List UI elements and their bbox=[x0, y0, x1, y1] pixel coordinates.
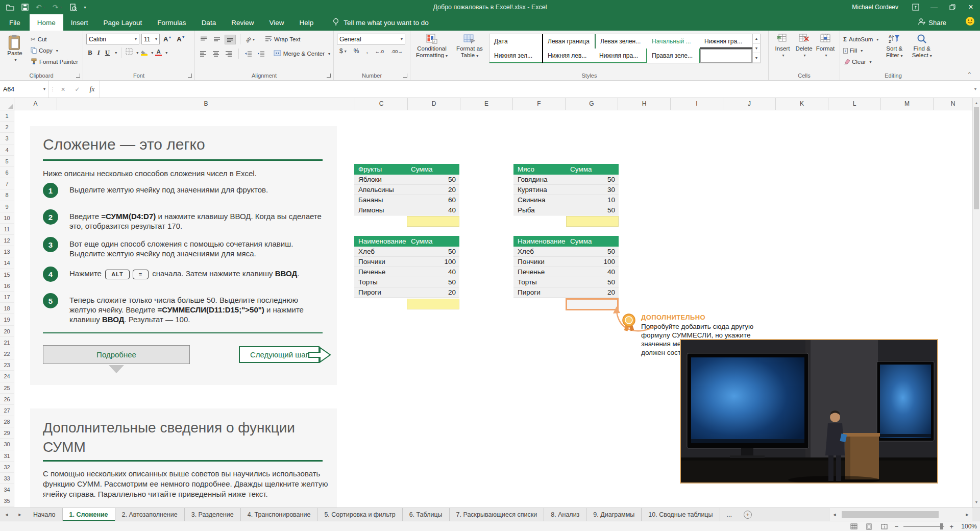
table-row[interactable]: Яблоки50 bbox=[354, 175, 459, 185]
zoom-slider-thumb[interactable] bbox=[940, 523, 943, 529]
cell-style-item[interactable]: Нижняя пра... bbox=[595, 49, 647, 63]
column-header[interactable]: N bbox=[934, 98, 972, 110]
number-dialog-launcher[interactable] bbox=[403, 74, 407, 78]
cell-style-item[interactable]: Правая зеле... bbox=[647, 49, 700, 63]
merge-center-button[interactable]: Merge & Center ▾ bbox=[274, 48, 330, 59]
tab-help[interactable]: Help bbox=[291, 14, 321, 31]
collapse-ribbon-icon[interactable]: ^ bbox=[968, 71, 971, 77]
row-header[interactable]: 30 bbox=[0, 439, 14, 450]
clipboard-dialog-launcher[interactable] bbox=[76, 74, 80, 78]
fruits-sum-input-cell[interactable] bbox=[407, 216, 459, 227]
row-header[interactable]: 7 bbox=[0, 178, 14, 189]
column-header[interactable]: E bbox=[460, 98, 513, 110]
horizontal-scroll-thumb[interactable] bbox=[842, 511, 939, 518]
new-sheet-button[interactable]: + bbox=[744, 511, 752, 519]
sheet-tab-autofill[interactable]: 2. Автозаполнение bbox=[115, 508, 185, 521]
comma-style-button[interactable]: , bbox=[363, 47, 370, 55]
zoom-out-button[interactable]: − bbox=[895, 523, 899, 530]
scroll-up-icon[interactable]: ▲ bbox=[973, 99, 980, 107]
name-box-resize-handle[interactable]: ⋮ bbox=[49, 81, 56, 98]
column-header[interactable]: G bbox=[566, 98, 618, 110]
al alignment-dialog-launcher[interactable] bbox=[327, 74, 331, 78]
open-icon[interactable] bbox=[6, 4, 14, 11]
column-header[interactable]: L bbox=[828, 98, 881, 110]
row-header[interactable]: 6 bbox=[0, 167, 14, 178]
wrap-text-button[interactable]: Wrap Text bbox=[265, 34, 300, 45]
print-preview-icon[interactable] bbox=[69, 4, 77, 11]
increase-indent-button[interactable] bbox=[256, 49, 266, 59]
font-color-caret-icon[interactable]: ▾ bbox=[165, 51, 167, 55]
decrease-font-button[interactable]: A▼ bbox=[175, 35, 186, 43]
bold-button[interactable]: B bbox=[86, 49, 94, 57]
sheet-nav-right-icon[interactable]: ► bbox=[13, 508, 27, 521]
expand-formula-bar-icon[interactable]: ▼ bbox=[971, 81, 980, 98]
feedback-smiley-icon[interactable] bbox=[965, 16, 975, 28]
sheet-tab-start[interactable]: Начало bbox=[27, 508, 63, 521]
row-header[interactable]: 27 bbox=[0, 405, 14, 416]
table-row[interactable]: Говядина50 bbox=[513, 175, 619, 185]
borders-button[interactable] bbox=[126, 48, 133, 57]
bakery-left-sum-input-cell[interactable] bbox=[407, 299, 459, 309]
row-header[interactable]: 32 bbox=[0, 462, 14, 473]
save-icon[interactable] bbox=[21, 4, 29, 11]
table-row[interactable]: Торты50 bbox=[513, 277, 619, 287]
format-as-table-button[interactable]: Format as Table▾ bbox=[453, 34, 486, 59]
fill-color-button[interactable] bbox=[140, 50, 148, 56]
underline-caret-icon[interactable]: ▾ bbox=[115, 51, 117, 55]
tab-formulas[interactable]: Formulas bbox=[150, 14, 193, 31]
cell-style-item[interactable]: Нижняя гра... bbox=[700, 34, 752, 49]
row-header[interactable]: 21 bbox=[0, 337, 14, 348]
paste-button[interactable]: Paste ▾ bbox=[3, 34, 27, 67]
row-header[interactable]: 12 bbox=[0, 235, 14, 246]
row-header[interactable]: 34 bbox=[0, 484, 14, 495]
gallery-scroll-up-icon[interactable]: ▲ bbox=[753, 34, 760, 44]
tab-file[interactable]: File bbox=[0, 14, 30, 31]
fill-color-caret-icon[interactable]: ▾ bbox=[151, 51, 153, 55]
align-right-button[interactable] bbox=[224, 49, 234, 59]
column-header[interactable]: H bbox=[618, 98, 671, 110]
align-left-button[interactable] bbox=[198, 49, 209, 59]
sheet-tab-transpose[interactable]: 4. Транспонирование bbox=[241, 508, 318, 521]
meat-sum-input-cell[interactable] bbox=[566, 216, 619, 227]
format-cells-button[interactable]: Format ▾ bbox=[815, 34, 836, 59]
borders-caret-icon[interactable]: ▾ bbox=[136, 51, 138, 55]
cell-style-item[interactable]: Левая зелен... bbox=[595, 34, 647, 49]
percent-style-button[interactable]: % bbox=[351, 47, 362, 55]
row-header[interactable]: 9 bbox=[0, 201, 14, 212]
customize-qat-icon[interactable]: ▾ bbox=[84, 5, 86, 10]
zoom-in-button[interactable]: + bbox=[949, 523, 953, 530]
cell-style-item[interactable]: Нижняя зел... bbox=[489, 49, 542, 63]
redo-icon[interactable]: ↷▾ bbox=[53, 3, 62, 11]
copy-button[interactable]: Copy▾ bbox=[31, 45, 78, 56]
sheet-tab-addition-active[interactable]: 1. Сложение bbox=[63, 508, 115, 521]
row-header[interactable]: 14 bbox=[0, 257, 14, 269]
table-row[interactable]: Пончики100 bbox=[354, 257, 459, 267]
column-header[interactable]: M bbox=[881, 98, 934, 110]
column-header[interactable]: I bbox=[671, 98, 723, 110]
column-header[interactable]: C bbox=[355, 98, 408, 110]
share-button[interactable]: Share bbox=[918, 14, 946, 31]
enter-icon[interactable]: ✓ bbox=[75, 86, 80, 93]
tab-view[interactable]: View bbox=[261, 14, 291, 31]
insert-function-icon[interactable]: fx bbox=[89, 85, 94, 93]
page-layout-view-icon[interactable] bbox=[864, 522, 874, 531]
page-break-view-icon[interactable] bbox=[879, 522, 890, 531]
cancel-icon[interactable]: × bbox=[61, 85, 65, 93]
number-format-select[interactable]: General▾ bbox=[337, 34, 405, 44]
autosum-button[interactable]: ΣAutoSum▾ bbox=[843, 34, 878, 45]
gallery-more-icon[interactable]: ▼ bbox=[753, 53, 760, 63]
tab-review[interactable]: Review bbox=[224, 14, 261, 31]
row-header[interactable]: 25 bbox=[0, 382, 14, 394]
conditional-formatting-button[interactable]: ≠ Conditional Formatting▾ bbox=[413, 34, 450, 59]
row-header[interactable]: 19 bbox=[0, 314, 14, 325]
name-box[interactable]: A64▾ bbox=[0, 81, 49, 98]
sheet-tab-charts[interactable]: 9. Диаграммы bbox=[586, 508, 642, 521]
row-header[interactable]: 10 bbox=[0, 212, 14, 224]
sheet-tab-split[interactable]: 3. Разделение bbox=[185, 508, 241, 521]
table-row[interactable]: Курятина30 bbox=[513, 185, 619, 195]
column-header[interactable]: B bbox=[57, 98, 355, 110]
clear-button[interactable]: Clear▾ bbox=[843, 56, 878, 67]
close-button[interactable]: × bbox=[962, 0, 980, 14]
row-header[interactable]: 23 bbox=[0, 359, 14, 371]
row-header[interactable]: 31 bbox=[0, 450, 14, 462]
